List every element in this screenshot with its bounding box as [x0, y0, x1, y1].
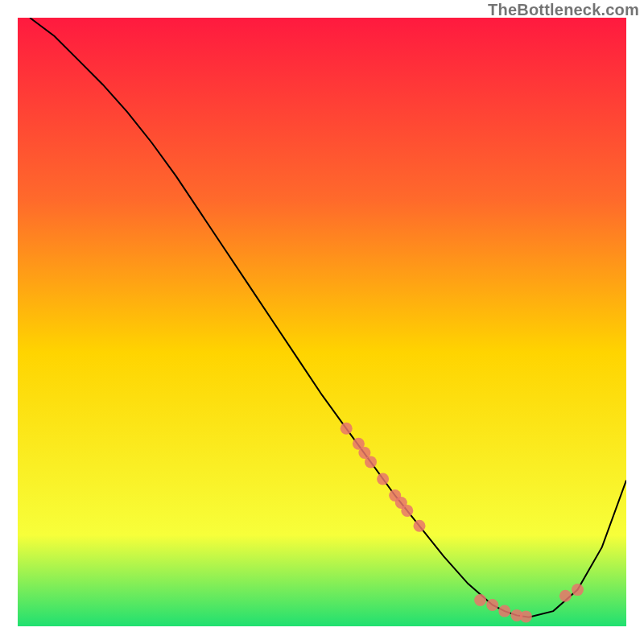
bottleneck-chart — [0, 0, 644, 644]
curve-marker — [365, 456, 377, 468]
chart-container: TheBottleneck.com — [0, 0, 644, 644]
curve-marker — [498, 605, 510, 617]
curve-marker — [414, 520, 426, 532]
watermark-label: TheBottleneck.com — [488, 1, 639, 19]
curve-marker — [377, 473, 389, 485]
curve-marker — [559, 590, 572, 602]
plot-background — [18, 18, 626, 626]
curve-marker — [486, 599, 498, 611]
curve-marker — [520, 610, 532, 622]
curve-marker — [474, 594, 486, 606]
curve-marker — [572, 584, 584, 596]
curve-marker — [401, 505, 413, 517]
curve-marker — [341, 423, 353, 435]
